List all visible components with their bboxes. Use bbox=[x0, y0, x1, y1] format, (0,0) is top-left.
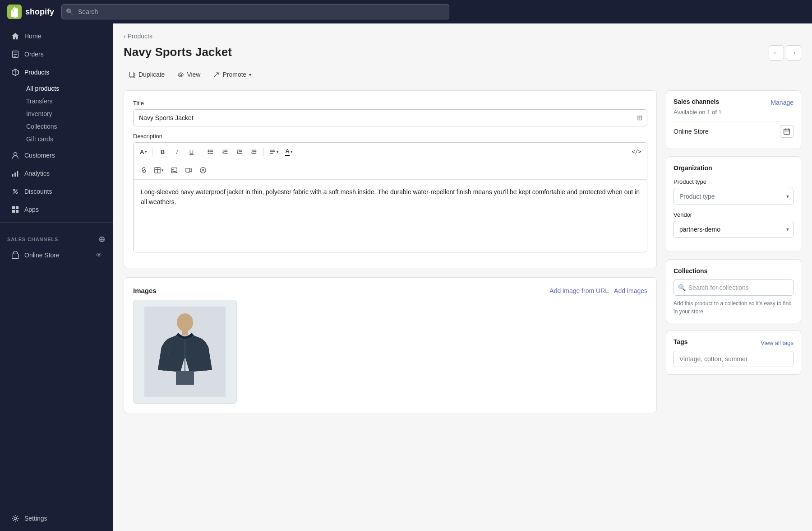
rte-sep3 bbox=[263, 148, 264, 156]
promote-button[interactable]: Promote ▾ bbox=[208, 68, 257, 81]
rte-table-btn[interactable]: ▾ bbox=[152, 164, 166, 177]
images-title: Images bbox=[133, 287, 157, 294]
svg-text:3.: 3. bbox=[222, 152, 224, 154]
breadcrumb[interactable]: ‹ Products bbox=[124, 33, 801, 40]
product-image-thumbnail[interactable] bbox=[133, 300, 237, 404]
sidebar-item-analytics[interactable]: Analytics bbox=[4, 165, 109, 182]
rte-align-icon bbox=[269, 149, 276, 155]
sales-channels-title: Sales channels bbox=[674, 98, 719, 105]
sidebar-item-apps[interactable]: Apps bbox=[4, 201, 109, 218]
add-sales-channel-icon[interactable]: ⊕ bbox=[98, 234, 106, 244]
rte-text-color-btn[interactable]: A ▾ bbox=[282, 145, 295, 158]
search-bar[interactable]: 🔍 bbox=[61, 4, 449, 19]
images-card: Images Add image from URL Add images bbox=[124, 277, 657, 413]
rte-image-btn[interactable] bbox=[167, 164, 181, 177]
rte-code-btn[interactable]: </> bbox=[630, 145, 643, 158]
jacket-illustration bbox=[144, 307, 226, 397]
rte-table-dropdown-icon: ▾ bbox=[161, 168, 164, 172]
page-title: Navy Sports Jacket bbox=[124, 45, 232, 59]
svg-point-50 bbox=[172, 169, 174, 170]
sidebar-item-online-store-label: Online Store bbox=[24, 252, 60, 259]
tags-input[interactable] bbox=[674, 351, 794, 367]
rte-font-size-btn[interactable]: A ▾ bbox=[137, 145, 150, 158]
rte-underline-btn[interactable]: U bbox=[185, 145, 198, 158]
sales-channels-card: Sales channels Manage Available on 1 of … bbox=[666, 90, 801, 149]
svg-point-13 bbox=[16, 192, 18, 194]
manage-link[interactable]: Manage bbox=[770, 99, 794, 106]
rte-ordered-list-btn[interactable]: 1.2.3. bbox=[218, 145, 232, 158]
calendar-icon[interactable] bbox=[780, 125, 794, 138]
sidebar-item-settings[interactable]: Settings bbox=[4, 510, 109, 527]
vendor-select[interactable]: partners-demo bbox=[674, 221, 794, 238]
title-input-icon: ⊞ bbox=[637, 114, 643, 122]
collections-helper-text: Add this product to a collection so it's… bbox=[674, 299, 794, 316]
promote-icon bbox=[213, 71, 220, 78]
sidebar-item-discounts-label: Discounts bbox=[24, 188, 52, 195]
rte-font-dropdown-icon: ▾ bbox=[145, 149, 147, 154]
collections-search-input[interactable] bbox=[674, 279, 794, 296]
sidebar-item-settings-label: Settings bbox=[24, 515, 47, 522]
sidebar-sub-all-products[interactable]: All products bbox=[21, 82, 113, 95]
rte-indent-increase-btn[interactable] bbox=[247, 145, 261, 158]
rte-indent-decrease-btn[interactable] bbox=[233, 145, 246, 158]
sidebar-item-customers-label: Customers bbox=[24, 152, 55, 159]
apps-icon bbox=[11, 205, 20, 214]
rte-text-color-icon: A bbox=[285, 148, 289, 156]
sidebar-item-orders[interactable]: Orders bbox=[4, 46, 109, 63]
svg-rect-15 bbox=[12, 206, 15, 209]
view-button[interactable]: View bbox=[172, 68, 206, 81]
sidebar-item-apps-label: Apps bbox=[24, 206, 39, 213]
svg-rect-16 bbox=[16, 206, 18, 209]
duplicate-button[interactable]: Duplicate bbox=[124, 68, 170, 81]
sidebar-sub-collections[interactable]: Collections bbox=[21, 120, 113, 133]
sidebar-item-online-store[interactable]: Online Store 👁 bbox=[4, 247, 109, 264]
page-nav-buttons: ← → bbox=[769, 45, 801, 61]
add-image-url-link[interactable]: Add image from URL bbox=[549, 287, 609, 294]
product-type-select[interactable]: Product type bbox=[674, 188, 794, 205]
sidebar-sub-gift-cards[interactable]: Gift cards bbox=[21, 133, 113, 145]
title-description-card: Title ⊞ Description bbox=[124, 90, 657, 268]
search-input[interactable] bbox=[61, 4, 449, 19]
title-input[interactable] bbox=[133, 109, 647, 126]
orders-icon bbox=[11, 50, 20, 59]
sidebar-sub-inventory[interactable]: Inventory bbox=[21, 107, 113, 120]
sidebar-item-products-label: Products bbox=[24, 69, 49, 76]
svg-rect-22 bbox=[130, 72, 134, 77]
vendor-group: Vendor partners-demo ▾ bbox=[674, 211, 794, 238]
rte-align-btn[interactable]: ▾ bbox=[267, 145, 281, 158]
discounts-icon bbox=[11, 187, 20, 196]
sidebar-item-customers[interactable]: Customers bbox=[4, 147, 109, 164]
nav-next-button[interactable]: → bbox=[786, 45, 801, 61]
sidebar-item-home[interactable]: Home bbox=[4, 28, 109, 45]
nav-prev-button[interactable]: ← bbox=[769, 45, 784, 61]
rte-unordered-list-btn[interactable] bbox=[204, 145, 217, 158]
rte-italic-btn[interactable]: I bbox=[170, 145, 184, 158]
analytics-icon bbox=[11, 169, 20, 178]
sidebar-item-home-label: Home bbox=[24, 33, 41, 40]
sidebar-divider bbox=[0, 222, 113, 223]
sidebar-sub-transfers[interactable]: Transfers bbox=[21, 95, 113, 107]
rte-link-btn[interactable] bbox=[137, 164, 151, 177]
rte-bold-btn[interactable]: B bbox=[156, 145, 169, 158]
rte-font-icon: A bbox=[140, 149, 144, 155]
svg-rect-10 bbox=[14, 172, 16, 177]
online-store-eye-icon[interactable]: 👁 bbox=[96, 252, 102, 259]
sidebar-item-analytics-label: Analytics bbox=[24, 170, 50, 177]
content-layout: Title ⊞ Description bbox=[124, 90, 801, 422]
sidebar-bottom: Settings bbox=[0, 502, 113, 527]
add-images-link[interactable]: Add images bbox=[614, 287, 647, 294]
svg-rect-57 bbox=[182, 330, 188, 335]
svg-rect-11 bbox=[17, 171, 18, 177]
rte-clear-btn[interactable] bbox=[196, 164, 210, 177]
logo-text: shopify bbox=[25, 7, 54, 17]
products-submenu: All products Transfers Inventory Collect… bbox=[0, 81, 113, 146]
view-all-tags-link[interactable]: View all tags bbox=[761, 340, 794, 346]
sidebar-item-orders-label: Orders bbox=[24, 51, 44, 58]
svg-line-14 bbox=[14, 190, 18, 194]
sidebar-item-discounts[interactable]: Discounts bbox=[4, 183, 109, 200]
sidebar-item-products[interactable]: Products bbox=[4, 64, 109, 81]
duplicate-label: Duplicate bbox=[138, 71, 165, 78]
description-content[interactable]: Long-sleeved navy waterproof jacket in t… bbox=[134, 180, 647, 252]
rte-video-btn[interactable] bbox=[182, 164, 195, 177]
collections-search-icon: 🔍 bbox=[678, 284, 686, 291]
